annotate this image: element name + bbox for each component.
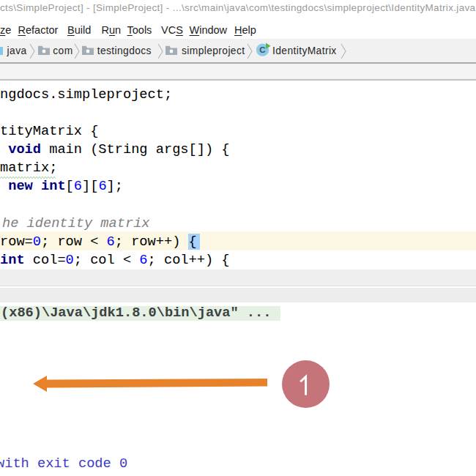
svg-text:C: C bbox=[259, 45, 265, 54]
